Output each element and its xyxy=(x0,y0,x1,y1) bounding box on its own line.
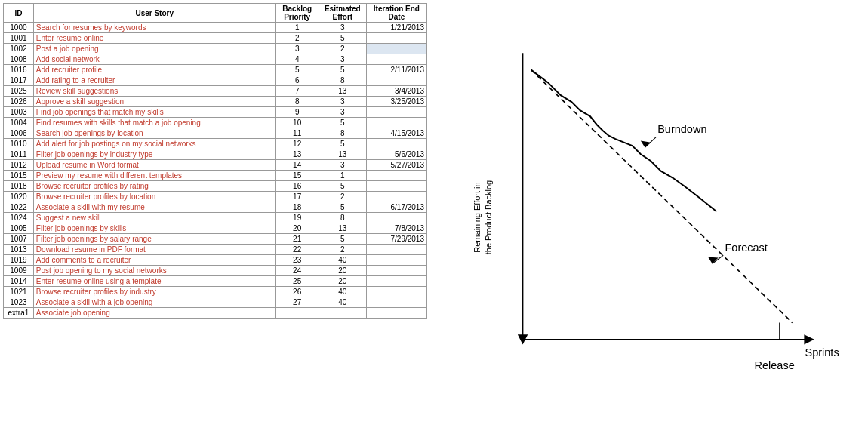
cell-date: 7/8/2013 xyxy=(366,223,426,234)
cell-story: Filter job openings by industry type xyxy=(33,149,275,160)
cell-priority: 8 xyxy=(275,97,319,107)
cell-date xyxy=(366,297,426,308)
burndown-svg: Burndown Forecast Release Sprints xyxy=(453,36,845,399)
cell-story: Associate job opening xyxy=(33,308,275,319)
cell-id: 1006 xyxy=(4,128,34,139)
cell-priority: 20 xyxy=(275,223,319,234)
cell-id: 1023 xyxy=(4,297,34,308)
cell-date xyxy=(366,54,426,65)
table-row[interactable]: 1026Approve a skill suggestion833/25/201… xyxy=(4,97,427,107)
cell-priority: 3 xyxy=(275,44,319,54)
cell-id: extra1 xyxy=(4,308,34,319)
table-row[interactable]: 1012Upload resume in Word format1435/27/… xyxy=(4,160,427,171)
svg-line-2 xyxy=(531,69,793,322)
table-row[interactable]: extra1Associate job opening xyxy=(4,308,427,319)
cell-id: 1012 xyxy=(4,160,34,171)
table-row[interactable]: 1016Add recruiter profile552/11/2013 xyxy=(4,65,427,75)
col-header-id: ID xyxy=(4,4,34,23)
cell-priority: 25 xyxy=(275,276,319,287)
table-row[interactable]: 1009Post job opening to my social networ… xyxy=(4,266,427,276)
cell-id: 1005 xyxy=(4,223,34,234)
cell-story: Filter job openings by skills xyxy=(33,223,275,234)
forecast-label: Forecast xyxy=(725,241,767,253)
cell-priority: 12 xyxy=(275,139,319,149)
cell-priority: 4 xyxy=(275,54,319,65)
table-row[interactable]: 1025Review skill suggestions7133/4/2013 xyxy=(4,86,427,97)
cell-id: 1001 xyxy=(4,33,34,44)
backlog-table: ID User Story BacklogPriority EsitmatedE… xyxy=(3,3,427,319)
cell-priority: 24 xyxy=(275,266,319,276)
table-row[interactable]: 1020Browse recruiter profiles by locatio… xyxy=(4,192,427,202)
cell-effort: 2 xyxy=(319,245,366,255)
cell-date xyxy=(366,287,426,297)
cell-priority: 19 xyxy=(275,213,319,223)
cell-date xyxy=(366,213,426,223)
cell-id: 1024 xyxy=(4,213,34,223)
cell-priority: 1 xyxy=(275,23,319,33)
cell-story: Add comments to a recruiter xyxy=(33,255,275,266)
table-row[interactable]: 1005Filter job openings by skills20137/8… xyxy=(4,223,427,234)
table-row[interactable]: 1011Filter job openings by industry type… xyxy=(4,149,427,160)
cell-priority: 18 xyxy=(275,202,319,213)
table-row[interactable]: 1022Associate a skill with my resume1856… xyxy=(4,202,427,213)
cell-effort: 13 xyxy=(319,149,366,160)
cell-priority xyxy=(275,308,319,319)
cell-priority: 23 xyxy=(275,255,319,266)
cell-story: Browse recruiter profiles by location xyxy=(33,192,275,202)
sprints-label: Sprints xyxy=(805,346,839,359)
cell-priority: 5 xyxy=(275,65,319,75)
table-row[interactable]: 1019Add comments to a recruiter2340 xyxy=(4,255,427,266)
table-row[interactable]: 1013Download resume in PDF format222 xyxy=(4,245,427,255)
cell-priority: 10 xyxy=(275,118,319,128)
table-row[interactable]: 1000Search for resumes by keywords131/21… xyxy=(4,23,427,33)
cell-id: 1009 xyxy=(4,266,34,276)
cell-id: 1014 xyxy=(4,276,34,287)
table-row[interactable]: 1007Filter job openings by salary range2… xyxy=(4,234,427,245)
table-row[interactable]: 1015Preview my resume with different tem… xyxy=(4,171,427,181)
cell-id: 1025 xyxy=(4,86,34,97)
table-row[interactable]: 1004Find resumes with skills that match … xyxy=(4,118,427,128)
table-row[interactable]: 1003Find job openings that match my skil… xyxy=(4,107,427,118)
col-header-priority: BacklogPriority xyxy=(275,4,319,23)
cell-story: Browse recruiter profiles by industry xyxy=(33,287,275,297)
cell-date xyxy=(366,192,426,202)
table-row[interactable]: 1024Suggest a new skill198 xyxy=(4,213,427,223)
cell-date xyxy=(366,266,426,276)
cell-date: 5/27/2013 xyxy=(366,160,426,171)
cell-story: Search job openings by location xyxy=(33,128,275,139)
cell-date xyxy=(366,75,426,86)
cell-id: 1000 xyxy=(4,23,34,33)
cell-story: Add rating to a recruiter xyxy=(33,75,275,86)
cell-effort: 3 xyxy=(319,160,366,171)
cell-id: 1026 xyxy=(4,97,34,107)
y-axis-label: Remaining Effort inthe Product Backlog xyxy=(472,172,495,263)
table-row[interactable]: 1023Associate a skill with a job opening… xyxy=(4,297,427,308)
table-row[interactable]: 1021Browse recruiter profiles by industr… xyxy=(4,287,427,297)
cell-story: Preview my resume with different templat… xyxy=(33,171,275,181)
cell-id: 1004 xyxy=(4,118,34,128)
table-row[interactable]: 1018Browse recruiter profiles by rating1… xyxy=(4,181,427,192)
backlog-table-panel: ID User Story BacklogPriority EsitmatedE… xyxy=(0,0,430,434)
cell-date xyxy=(366,118,426,128)
cell-id: 1022 xyxy=(4,202,34,213)
table-row[interactable]: 1006Search job openings by location1184/… xyxy=(4,128,427,139)
table-row[interactable]: 1010Add alert for job postings on my soc… xyxy=(4,139,427,149)
cell-id: 1002 xyxy=(4,44,34,54)
cell-effort: 13 xyxy=(319,223,366,234)
cell-id: 1016 xyxy=(4,65,34,75)
cell-date xyxy=(366,255,426,266)
table-row[interactable]: 1017Add rating to a recruiter68 xyxy=(4,75,427,86)
table-row[interactable]: 1001Enter resume online25 xyxy=(4,33,427,44)
cell-id: 1007 xyxy=(4,234,34,245)
cell-priority: 16 xyxy=(275,181,319,192)
cell-effort: 2 xyxy=(319,192,366,202)
cell-date xyxy=(366,44,426,54)
cell-effort: 40 xyxy=(319,255,366,266)
table-row[interactable]: 1002Post a job opening32 xyxy=(4,44,427,54)
cell-effort: 5 xyxy=(319,234,366,245)
cell-effort: 5 xyxy=(319,65,366,75)
cell-date: 7/29/2013 xyxy=(366,234,426,245)
table-row[interactable]: 1008Add social network43 xyxy=(4,54,427,65)
table-row[interactable]: 1014Enter resume online using a template… xyxy=(4,276,427,287)
cell-id: 1008 xyxy=(4,54,34,65)
